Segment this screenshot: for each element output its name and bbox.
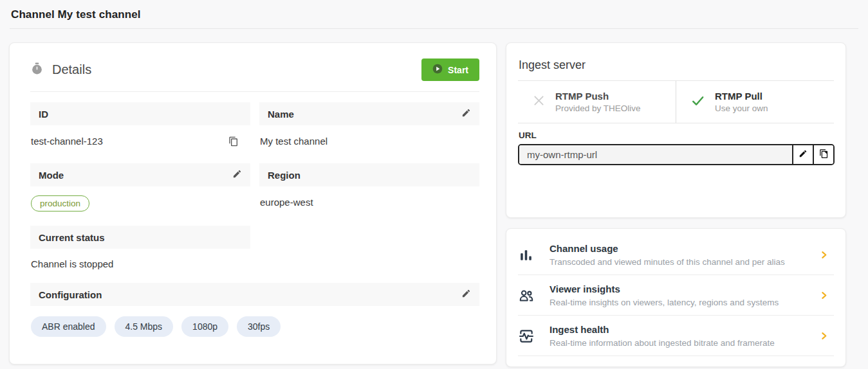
- url-label: URL: [519, 130, 834, 140]
- field-mode: Mode production: [30, 163, 250, 226]
- start-button[interactable]: Start: [421, 59, 479, 81]
- field-status-header: Current status: [30, 226, 250, 249]
- field-configuration-label: Configuration: [39, 289, 102, 300]
- stopwatch-icon: [32, 62, 42, 78]
- shortcut-ingest-health[interactable]: Ingest health Real-time information abou…: [518, 316, 834, 356]
- pencil-icon: [232, 169, 242, 181]
- play-circle-icon: [432, 64, 443, 76]
- edit-configuration-button[interactable]: [461, 289, 471, 300]
- field-id-value-row: test-channel-123: [30, 125, 250, 163]
- shortcut-title: Channel usage: [549, 243, 785, 254]
- page-title: Channel My test channel: [11, 8, 856, 21]
- bar-chart-icon: [518, 247, 537, 263]
- ingest-options: RTMP Push Provided by THEOlive RTMP Pull…: [518, 81, 834, 123]
- ingest-option-title: RTMP Push: [555, 91, 641, 102]
- chevron-right-icon[interactable]: [819, 249, 833, 260]
- x-icon: [532, 94, 546, 110]
- shortcut-subtitle: Real-time insights on viewers, latency, …: [549, 298, 779, 307]
- field-name-header: Name: [259, 102, 479, 125]
- details-title: Details: [52, 62, 91, 77]
- shortcut-viewer-insights[interactable]: Viewer insights Real-time insights on vi…: [518, 275, 834, 316]
- ingest-option-rtmp-pull[interactable]: RTMP Pull Use your own: [676, 81, 834, 123]
- edit-name-button[interactable]: [461, 108, 471, 120]
- right-column: Ingest server RTMP Push Provided by THEO…: [506, 42, 846, 367]
- details-card: Details Start ID test-channel-123: [9, 42, 497, 364]
- copy-icon: [228, 136, 239, 149]
- field-row-mode-region: Mode production Region europe-west: [30, 163, 479, 226]
- shortcut-subtitle: Transcoded and viewed minutes of this ch…: [549, 257, 785, 267]
- ingest-divider-bottom: [518, 123, 834, 123]
- field-region-header: Region: [259, 163, 479, 186]
- field-id-header: ID: [30, 102, 250, 125]
- ingest-option-subtitle: Provided by THEOlive: [555, 104, 641, 113]
- ingest-option-title: RTMP Pull: [715, 91, 768, 102]
- page-header: Channel My test channel: [0, 0, 868, 28]
- ingest-option-subtitle: Use your own: [715, 104, 768, 113]
- config-pill: 4.5 Mbps: [115, 316, 174, 337]
- url-input[interactable]: [519, 145, 792, 164]
- field-id-label: ID: [39, 109, 48, 120]
- field-region: Region europe-west: [259, 163, 479, 226]
- shortcut-title: Viewer insights: [549, 284, 779, 294]
- field-row-status: Current status: [30, 226, 479, 249]
- field-mode-label: Mode: [39, 170, 64, 181]
- shortcut-subtitle: Real-time information about ingested bit…: [549, 338, 775, 348]
- copy-url-button[interactable]: [813, 145, 833, 164]
- pencil-icon: [461, 289, 471, 300]
- field-region-value: europe-west: [259, 186, 479, 222]
- shortcuts-card: Channel usage Transcoded and viewed minu…: [506, 228, 846, 367]
- pulse-icon: [518, 328, 537, 345]
- field-id: ID test-channel-123: [30, 102, 250, 163]
- ingest-server-title: Ingest server: [518, 52, 834, 80]
- edit-mode-button[interactable]: [232, 169, 242, 181]
- ingest-server-card: Ingest server RTMP Push Provided by THEO…: [506, 42, 846, 218]
- field-row-id-name: ID test-channel-123 Name: [30, 102, 479, 163]
- copy-id-button[interactable]: [228, 136, 239, 149]
- people-icon: [518, 287, 537, 304]
- field-status-value: Channel is stopped: [30, 249, 479, 283]
- start-button-label: Start: [448, 65, 468, 75]
- mode-badge: production: [31, 195, 89, 212]
- check-icon: [690, 93, 705, 111]
- edit-url-button[interactable]: [792, 145, 813, 164]
- details-divider: [30, 91, 479, 92]
- pencil-icon: [461, 108, 471, 120]
- field-region-label: Region: [268, 170, 300, 181]
- field-configuration-header: Configuration: [30, 283, 479, 306]
- field-mode-value-row: production: [30, 186, 250, 226]
- pencil-icon: [799, 149, 808, 160]
- main-content: Details Start ID test-channel-123: [0, 29, 868, 367]
- config-pill: 30fps: [237, 316, 281, 337]
- config-pill: 1080p: [181, 316, 228, 337]
- field-status: Current status: [30, 226, 250, 249]
- field-mode-header: Mode: [30, 163, 250, 186]
- chevron-right-icon[interactable]: [819, 330, 833, 341]
- field-name-label: Name: [268, 109, 294, 120]
- ingest-option-rtmp-push[interactable]: RTMP Push Provided by THEOlive: [518, 81, 676, 123]
- field-name: Name My test channel: [259, 102, 479, 163]
- copy-icon: [819, 148, 829, 161]
- field-status-label: Current status: [39, 232, 105, 243]
- config-pill: ABR enabled: [31, 316, 106, 337]
- shortcut-title: Ingest health: [549, 324, 775, 335]
- field-name-value: My test channel: [259, 125, 479, 161]
- shortcut-channel-usage[interactable]: Channel usage Transcoded and viewed minu…: [518, 235, 834, 275]
- details-header: Details Start: [30, 53, 479, 91]
- url-input-group: [518, 144, 835, 165]
- chevron-right-icon[interactable]: [819, 290, 833, 301]
- configuration-pills: ABR enabled 4.5 Mbps 1080p 30fps: [30, 306, 479, 337]
- field-id-value: test-channel-123: [31, 136, 103, 147]
